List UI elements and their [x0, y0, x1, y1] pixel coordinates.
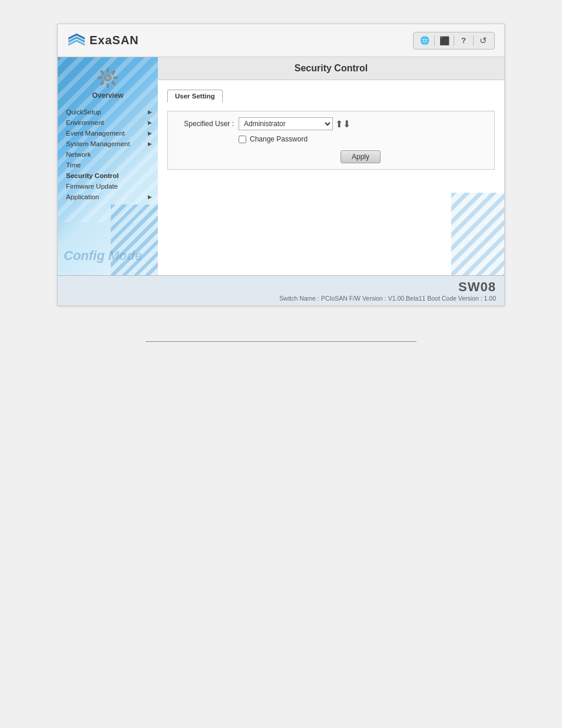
main-container: ExaSAN 🌐 ⬛ ? ↺: [57, 24, 505, 306]
icon-separator-2: [454, 35, 454, 46]
specified-user-label: Specified User :: [174, 120, 239, 128]
apply-button[interactable]: Apply: [340, 150, 381, 163]
sidebar-stripes-bottom: [111, 205, 158, 275]
svg-rect-13: [100, 70, 104, 74]
nav-arrow-event: ▶: [148, 130, 152, 136]
sidebar-item-system-management[interactable]: System Management ▶: [58, 139, 158, 149]
change-password-row: Change Password: [174, 135, 488, 143]
help-icon-btn[interactable]: ?: [456, 34, 471, 47]
refresh-icon: ↺: [480, 35, 487, 46]
footer: SW08 Switch Name : PCIoSAN F/W Version :…: [58, 275, 504, 305]
svg-rect-10: [107, 84, 109, 88]
tab-user-setting[interactable]: User Setting: [167, 90, 223, 103]
sidebar-overview: Overview: [58, 65, 158, 104]
globe-icon: 🌐: [420, 36, 429, 45]
sidebar-item-label: Network: [66, 151, 91, 158]
icon-separator-1: [434, 35, 435, 46]
specified-user-select[interactable]: Administrator User: [239, 117, 333, 130]
exasan-logo-icon: [67, 32, 86, 49]
sidebar-item-environment[interactable]: Environment ▶: [58, 117, 158, 128]
sidebar-item-label: Time: [66, 162, 81, 169]
globe-icon-btn[interactable]: 🌐: [417, 34, 432, 47]
sidebar-inner: Overview QuickSetup ▶ Environment ▶ Even…: [58, 57, 158, 205]
page-wrapper: ExaSAN 🌐 ⬛ ? ↺: [0, 0, 562, 728]
nav-arrow-application: ▶: [148, 194, 152, 200]
tab-user-setting-label: User Setting: [175, 93, 215, 100]
sidebar-item-label: System Management: [66, 140, 130, 147]
svg-rect-7: [111, 70, 115, 74]
sidebar-item-event-management[interactable]: Event Management ▶: [58, 128, 158, 139]
page-title: Security Control: [295, 63, 368, 73]
sidebar-item-label: QuickSetup: [66, 108, 101, 116]
main-panel: Security Control User Setting Specified …: [158, 57, 504, 275]
sidebar-item-firmware-update[interactable]: Firmware Update: [58, 181, 158, 192]
panel-title-bar: Security Control: [158, 57, 504, 80]
sidebar-item-security-control[interactable]: Security Control: [58, 170, 158, 181]
sidebar-item-time[interactable]: Time: [58, 160, 158, 170]
svg-point-5: [106, 76, 110, 80]
form-section: Specified User : Administrator User ⬆⬇: [167, 111, 495, 170]
footer-info: Switch Name : PCIoSAN F/W Version : V1.0…: [279, 295, 496, 302]
bottom-rule: [146, 341, 416, 342]
svg-rect-8: [114, 77, 118, 79]
select-spinner-icon[interactable]: ⬆⬇: [335, 118, 351, 130]
header-icons: 🌐 ⬛ ? ↺: [413, 32, 495, 50]
sidebar-item-label: Environment: [66, 119, 104, 126]
sidebar-item-label: Security Control: [66, 172, 118, 179]
sidebar-item-network[interactable]: Network: [58, 149, 158, 160]
icon-separator-3: [473, 35, 474, 46]
gear-icon-container: [95, 65, 120, 90]
nav-arrow-quicksetup: ▶: [148, 109, 152, 115]
sidebar-item-quicksetup[interactable]: QuickSetup ▶: [58, 107, 158, 117]
header: ExaSAN 🌐 ⬛ ? ↺: [58, 24, 504, 57]
footer-model: SW08: [458, 279, 496, 295]
logo-text: ExaSAN: [90, 34, 139, 47]
refresh-icon-btn[interactable]: ↺: [475, 34, 491, 47]
sidebar-item-application[interactable]: Application ▶: [58, 192, 158, 202]
nav-arrow-environment: ▶: [148, 120, 152, 126]
nav-arrow-system: ▶: [148, 141, 152, 147]
specified-user-row: Specified User : Administrator User ⬆⬇: [174, 117, 488, 130]
sidebar-nav: QuickSetup ▶ Environment ▶ Event Managem…: [58, 104, 158, 205]
sidebar: Overview QuickSetup ▶ Environment ▶ Even…: [58, 57, 158, 275]
change-password-label: Change Password: [250, 135, 308, 143]
display-icon-btn[interactable]: ⬛: [437, 34, 452, 47]
select-wrapper: Administrator User ⬆⬇: [239, 117, 351, 130]
svg-rect-12: [98, 77, 102, 79]
content-area: Overview QuickSetup ▶ Environment ▶ Even…: [58, 57, 504, 275]
tab-bar: User Setting: [167, 90, 495, 103]
display-icon: ⬛: [439, 36, 449, 45]
sidebar-item-label: Application: [66, 193, 99, 200]
logo-area: ExaSAN: [67, 32, 139, 49]
svg-rect-6: [107, 68, 109, 72]
gear-icon: [97, 67, 119, 89]
sidebar-item-label: Event Management: [66, 130, 125, 137]
apply-row: Apply: [174, 148, 488, 163]
panel-body: User Setting Specified User : Administra…: [158, 80, 504, 275]
overview-label: Overview: [92, 91, 123, 100]
sidebar-item-label: Firmware Update: [66, 183, 118, 190]
change-password-checkbox[interactable]: [239, 136, 246, 143]
help-icon: ?: [461, 36, 466, 45]
